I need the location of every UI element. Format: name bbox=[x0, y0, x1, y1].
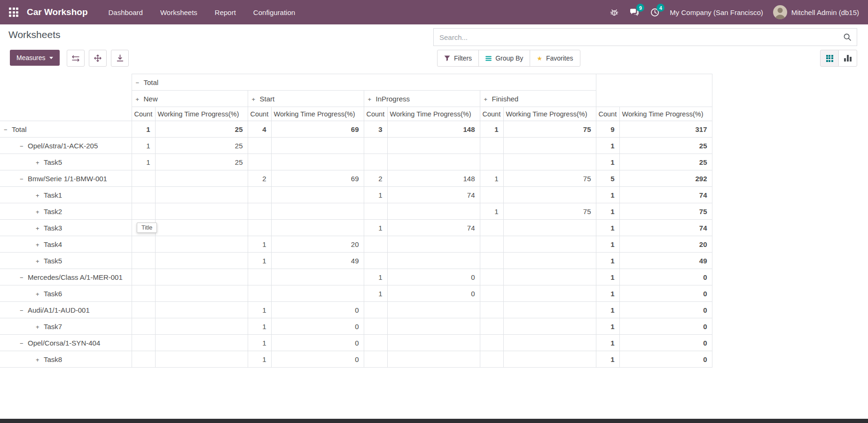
pivot-cell: 49 bbox=[619, 253, 712, 269]
pivot-measure-progress[interactable]: Working Time Progress(%) bbox=[503, 107, 596, 121]
pivot-row: +Task3174174 bbox=[0, 220, 712, 236]
user-menu[interactable]: Mitchell Admin (db15) bbox=[773, 5, 859, 19]
apps-menu-icon[interactable] bbox=[9, 8, 18, 17]
pivot-measure-count[interactable]: Count bbox=[132, 107, 155, 121]
pivot-cell: 4 bbox=[248, 121, 271, 138]
pivot-col-header-inprogress[interactable]: +InProgress bbox=[364, 91, 480, 107]
company-switcher[interactable]: My Company (San Francisco) bbox=[670, 8, 763, 16]
view-switcher bbox=[820, 50, 857, 67]
pivot-cell bbox=[387, 351, 480, 368]
pivot-cell bbox=[480, 187, 503, 203]
menu-item-configuration[interactable]: Configuration bbox=[253, 8, 295, 16]
pivot-cell bbox=[132, 335, 155, 351]
pivot-cell bbox=[248, 203, 271, 220]
measures-button[interactable]: Measures bbox=[10, 50, 60, 66]
pivot-measure-progress[interactable]: Working Time Progress(%) bbox=[271, 107, 364, 121]
pivot-col-header-total[interactable]: −Total bbox=[132, 74, 596, 91]
pivot-cell bbox=[387, 154, 480, 170]
pivot-cell: 25 bbox=[155, 154, 248, 170]
pivot-cell bbox=[132, 203, 155, 220]
search-icon[interactable] bbox=[843, 33, 852, 43]
pivot-cell: 49 bbox=[271, 253, 364, 269]
pivot-col-header-new[interactable]: +New bbox=[132, 91, 248, 107]
pivot-cell bbox=[155, 335, 248, 351]
pivot-cell: 74 bbox=[619, 187, 712, 203]
pivot-col-header-grand-total bbox=[596, 74, 712, 107]
pivot-row-label[interactable]: +Task3 bbox=[0, 220, 132, 236]
pivot-row-label[interactable]: −Opel/Astra/1-ACK-205 bbox=[0, 138, 132, 154]
pivot-cell: 1 bbox=[596, 154, 619, 170]
pivot-cell bbox=[132, 187, 155, 203]
activities-clock-icon[interactable]: 4 bbox=[649, 7, 660, 17]
menu-item-worksheets[interactable]: Worksheets bbox=[160, 8, 197, 16]
pivot-cell bbox=[364, 302, 387, 318]
pivot-table-container: −Total+New+Start+InProgress+FinishedCoun… bbox=[0, 74, 712, 368]
pivot-view-button[interactable] bbox=[820, 50, 839, 67]
messages-icon[interactable]: 9 bbox=[629, 7, 640, 17]
activities-badge: 4 bbox=[657, 4, 665, 12]
pivot-measure-progress[interactable]: Working Time Progress(%) bbox=[619, 107, 712, 121]
pivot-cell bbox=[271, 154, 364, 170]
expand-icon: + bbox=[36, 291, 44, 298]
user-name: Mitchell Admin (db15) bbox=[791, 8, 859, 16]
flip-axis-button[interactable] bbox=[67, 50, 85, 67]
pivot-measure-count[interactable]: Count bbox=[596, 107, 619, 121]
pivot-row-label[interactable]: +Task5 bbox=[0, 154, 132, 170]
pivot-row-label[interactable]: −Bmw/Serie 1/1-BMW-001 bbox=[0, 170, 132, 187]
pivot-cell bbox=[248, 138, 271, 154]
favorites-label: Favorites bbox=[546, 54, 573, 62]
pivot-cell bbox=[503, 154, 596, 170]
pivot-row-label[interactable]: +Task1 bbox=[0, 187, 132, 203]
pivot-corner bbox=[0, 91, 132, 107]
pivot-row-label[interactable]: −Audi/A1/1-AUD-001 bbox=[0, 302, 132, 318]
pivot-cell bbox=[364, 203, 387, 220]
pivot-row-label[interactable]: −Total bbox=[0, 121, 132, 138]
navbar: Car Workshop Dashboard Worksheets Report… bbox=[0, 0, 868, 24]
pivot-cell: 25 bbox=[619, 138, 712, 154]
expand-all-button[interactable] bbox=[89, 50, 107, 67]
pivot-cell bbox=[480, 351, 503, 368]
bug-icon[interactable] bbox=[609, 7, 619, 17]
pivot-cell: 1 bbox=[596, 253, 619, 269]
pivot-row-label[interactable]: +Task8 bbox=[0, 351, 132, 368]
download-button[interactable] bbox=[111, 50, 129, 67]
pivot-row-label[interactable]: +Task7 bbox=[0, 318, 132, 335]
group-by-button[interactable]: Group By bbox=[478, 50, 530, 67]
pivot-row-label[interactable]: +Task4 bbox=[0, 236, 132, 253]
pivot-cell bbox=[503, 285, 596, 302]
pivot-cell: 20 bbox=[271, 236, 364, 253]
pivot-cell bbox=[503, 269, 596, 285]
graph-view-button[interactable] bbox=[838, 50, 857, 67]
pivot-col-header-start[interactable]: +Start bbox=[248, 91, 364, 107]
pivot-cell bbox=[387, 335, 480, 351]
pivot-row-label[interactable]: −Mercedes/Class A/1-MER-001 bbox=[0, 269, 132, 285]
menu-item-dashboard[interactable]: Dashboard bbox=[109, 8, 143, 16]
pivot-row-label[interactable]: +Task5 bbox=[0, 253, 132, 269]
pivot-measure-count[interactable]: Count bbox=[480, 107, 503, 121]
pivot-measure-count[interactable]: Count bbox=[364, 107, 387, 121]
expand-icon: + bbox=[36, 356, 44, 363]
pivot-cell bbox=[132, 318, 155, 335]
pivot-row-label[interactable]: +Task6 bbox=[0, 285, 132, 302]
app-title: Car Workshop bbox=[27, 7, 88, 17]
pivot-cell: 1 bbox=[480, 170, 503, 187]
pivot-row: +Task61010 bbox=[0, 285, 712, 302]
filters-button[interactable]: Filters bbox=[437, 50, 479, 67]
pivot-cell bbox=[480, 236, 503, 253]
pivot-cell: 0 bbox=[271, 351, 364, 368]
pivot-measure-progress[interactable]: Working Time Progress(%) bbox=[155, 107, 248, 121]
pivot-cell bbox=[155, 285, 248, 302]
search-input[interactable] bbox=[434, 29, 857, 46]
pivot-cell bbox=[480, 154, 503, 170]
pivot-row-label[interactable]: +Task2 bbox=[0, 203, 132, 220]
pivot-cell bbox=[387, 318, 480, 335]
pivot-measure-count[interactable]: Count bbox=[248, 107, 271, 121]
pivot-row-label[interactable]: −Opel/Corsa/1-SYN-404 bbox=[0, 335, 132, 351]
pivot-cell: 148 bbox=[387, 170, 480, 187]
pivot-cell bbox=[503, 302, 596, 318]
pivot-cell bbox=[387, 302, 480, 318]
menu-item-report[interactable]: Report bbox=[215, 8, 236, 16]
favorites-button[interactable]: ★ Favorites bbox=[530, 50, 580, 67]
pivot-measure-progress[interactable]: Working Time Progress(%) bbox=[387, 107, 480, 121]
pivot-col-header-finished[interactable]: +Finished bbox=[480, 91, 596, 107]
